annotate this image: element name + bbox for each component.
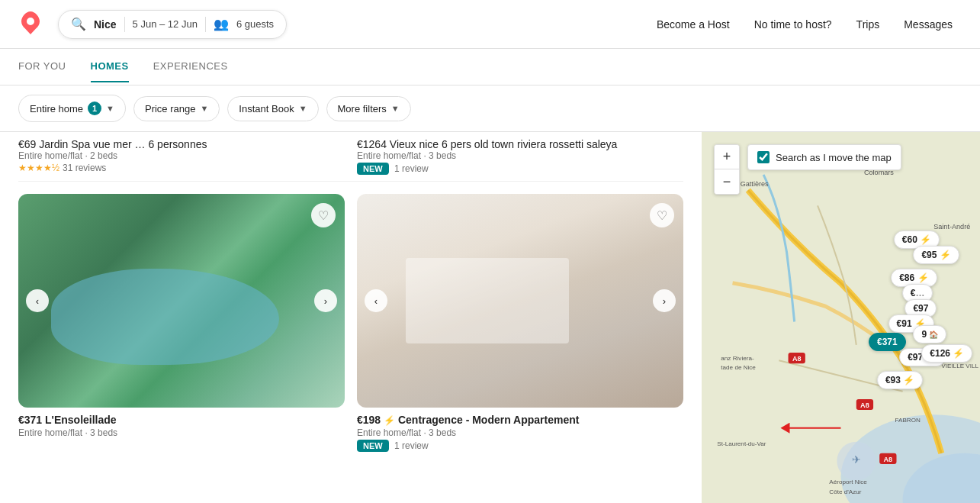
messages-link[interactable]: Messages xyxy=(895,12,962,37)
listing-card-1-image: ‹ › ♡ xyxy=(18,194,345,408)
listings-panel: €69 Jardin Spa vue mer … 6 personnes Ent… xyxy=(0,132,702,503)
listing-card-2-price: €198 xyxy=(357,414,381,426)
top-listing-1-meta: Entire home/flat · 2 beds xyxy=(18,150,345,161)
listing-card-2-info: €198 ⚡ Centragence - Modern Appartement … xyxy=(357,408,683,452)
map-background: ✈ Gattières Colomars Saint-André anz Riv… xyxy=(702,132,980,503)
listing-card-2-rating: NEW 1 review xyxy=(357,440,683,452)
card-1-prev-arrow[interactable]: ‹ xyxy=(26,289,49,312)
trips-link[interactable]: Trips xyxy=(847,12,889,37)
card-1-wishlist-button[interactable]: ♡ xyxy=(311,203,336,227)
svg-text:A8: A8 xyxy=(884,456,893,463)
top-listing-2-rating-row: NEW 1 review xyxy=(357,163,683,175)
airbnb-logo[interactable] xyxy=(18,11,43,37)
search-as-move-control[interactable]: Search as I move the map xyxy=(747,144,901,170)
instant-book-chevron-icon: ▼ xyxy=(299,104,307,113)
tab-for-you[interactable]: FOR YOU xyxy=(18,51,66,82)
filters-bar: Entire home 1 ▼ Price range ▼ Instant Bo… xyxy=(0,85,980,132)
price-marker-m10[interactable]: €126 ⚡ xyxy=(921,344,972,363)
svg-text:anz Riviera-: anz Riviera- xyxy=(721,355,754,362)
divider2 xyxy=(205,17,206,32)
card-2-wishlist-button[interactable]: ♡ xyxy=(650,203,674,227)
main-content: €69 Jardin Spa vue mer … 6 personnes Ent… xyxy=(0,132,980,503)
listing-card-2-title: €198 ⚡ Centragence - Modern Appartement xyxy=(357,414,683,426)
entire-home-badge: 1 xyxy=(88,102,101,115)
svg-text:Aéroport Nice: Aéroport Nice xyxy=(829,479,867,485)
top-listing-1-rating-row: ★★★★½ 31 reviews xyxy=(18,163,345,173)
new-badge-card-2: NEW xyxy=(357,440,389,452)
svg-text:VIEILLE VILL: VIEILLE VILL xyxy=(941,363,978,369)
search-guests: 6 guests xyxy=(236,18,274,30)
divider xyxy=(124,17,125,32)
become-host-link[interactable]: Become a Host xyxy=(647,12,739,37)
lightning-icon: ⚡ xyxy=(384,415,395,426)
search-bar[interactable]: 🔍 Nice 5 Jun – 12 Jun 👥 6 guests xyxy=(58,10,287,39)
guests-icon: 👥 xyxy=(214,17,229,31)
entire-home-label: Entire home xyxy=(30,103,83,114)
listing-card-1-title: €371 L'Ensoleillade xyxy=(18,414,345,426)
new-badge-2: NEW xyxy=(357,163,389,175)
tab-homes[interactable]: HOMES xyxy=(91,51,129,82)
search-icon: 🔍 xyxy=(71,17,86,31)
search-dates: 5 Jun – 12 Jun xyxy=(133,18,198,30)
zoom-out-button[interactable]: − xyxy=(715,169,739,194)
search-move-label: Search as I move the map xyxy=(776,152,892,163)
svg-text:A8: A8 xyxy=(860,401,869,409)
top-listing-1[interactable]: €69 Jardin Spa vue mer … 6 personnes Ent… xyxy=(18,138,345,175)
listing-card-1-name: L'Ensoleillade xyxy=(45,414,117,426)
price-range-label: Price range xyxy=(145,103,195,114)
header-nav: Become a Host No time to host? Trips Mes… xyxy=(647,12,962,37)
svg-text:Gattières: Gattières xyxy=(741,180,769,188)
map-panel: ✈ Gattières Colomars Saint-André anz Riv… xyxy=(702,132,980,503)
filter-instant-book[interactable]: Instant Book ▼ xyxy=(227,96,318,121)
price-range-chevron-icon: ▼ xyxy=(200,104,208,113)
listing-card-2-name: Centragence - Modern Appartement xyxy=(398,414,580,426)
filter-entire-home[interactable]: Entire home 1 ▼ xyxy=(18,95,126,122)
top-listing-2-meta: Entire home/flat · 3 beds xyxy=(357,150,683,161)
listing-card-1-price: €371 xyxy=(18,414,42,426)
price-marker-m8-active[interactable]: €371 xyxy=(869,333,906,351)
svg-text:St-Laurent-du-Var: St-Laurent-du-Var xyxy=(717,440,766,447)
tab-experiences[interactable]: EXPERIENCES xyxy=(153,51,228,82)
top-listing-2[interactable]: €1264 Vieux nice 6 pers old town riviera… xyxy=(357,138,683,175)
price-marker-m11[interactable]: €93 ⚡ xyxy=(877,371,923,389)
svg-text:Côte d'Azur: Côte d'Azur xyxy=(829,488,861,495)
map-svg: ✈ Gattières Colomars Saint-André anz Riv… xyxy=(702,132,980,503)
search-move-checkbox[interactable] xyxy=(757,151,770,163)
card-2-next-arrow[interactable]: › xyxy=(653,289,676,312)
price-marker-m7[interactable]: 9 🏠 xyxy=(913,325,946,343)
svg-text:tade de Nice: tade de Nice xyxy=(721,364,756,371)
filter-price-range[interactable]: Price range ▼ xyxy=(133,96,220,121)
listing-card-2-reviews: 1 review xyxy=(392,440,429,451)
svg-text:A8: A8 xyxy=(792,355,802,363)
svg-text:FABRON: FABRON xyxy=(895,417,920,424)
stars-icon: ★★★★½ xyxy=(18,163,59,173)
search-location: Nice xyxy=(94,18,117,31)
tabs-bar: FOR YOU HOMES EXPERIENCES xyxy=(0,49,980,85)
top-listing-2-title: €1264 Vieux nice 6 pers old town riviera… xyxy=(357,138,683,150)
top-listing-2-reviews: 1 review xyxy=(392,163,429,174)
top-listing-1-reviews: 31 reviews xyxy=(63,163,106,173)
no-time-link[interactable]: No time to host? xyxy=(745,12,841,37)
svg-text:✈: ✈ xyxy=(852,453,861,466)
more-filters-label: More filters xyxy=(338,103,387,114)
filter-more-filters[interactable]: More filters ▼ xyxy=(326,96,411,121)
top-listings-row: €69 Jardin Spa vue mer … 6 personnes Ent… xyxy=(18,132,683,182)
header: 🔍 Nice 5 Jun – 12 Jun 👥 6 guests Become … xyxy=(0,0,980,49)
instant-book-label: Instant Book xyxy=(239,103,294,114)
listing-card-1-info: €371 L'Ensoleillade Entire home/flat · 3… xyxy=(18,408,345,438)
card-1-next-arrow[interactable]: › xyxy=(314,289,337,312)
listing-card-2[interactable]: ‹ › ♡ €198 ⚡ Centragence - Modern Appart… xyxy=(357,194,683,452)
price-marker-m2[interactable]: €95 ⚡ xyxy=(913,246,959,264)
svg-text:Saint-André: Saint-André xyxy=(933,223,970,231)
map-controls: + − xyxy=(714,144,740,195)
cards-grid: ‹ › ♡ €371 L'Ensoleillade Entire home/fl… xyxy=(18,188,683,452)
top-listing-1-title: €69 Jardin Spa vue mer … 6 personnes xyxy=(18,138,345,150)
entire-home-chevron-icon: ▼ xyxy=(106,104,114,113)
zoom-in-button[interactable]: + xyxy=(715,145,739,169)
listing-card-2-image: ‹ › ♡ xyxy=(357,194,683,408)
listing-card-1[interactable]: ‹ › ♡ €371 L'Ensoleillade Entire home/fl… xyxy=(18,194,345,452)
listing-card-2-meta: Entire home/flat · 3 beds xyxy=(357,427,683,438)
listing-card-1-meta: Entire home/flat · 3 beds xyxy=(18,427,345,438)
more-filters-chevron-icon: ▼ xyxy=(391,104,400,113)
card-2-prev-arrow[interactable]: ‹ xyxy=(365,289,387,312)
